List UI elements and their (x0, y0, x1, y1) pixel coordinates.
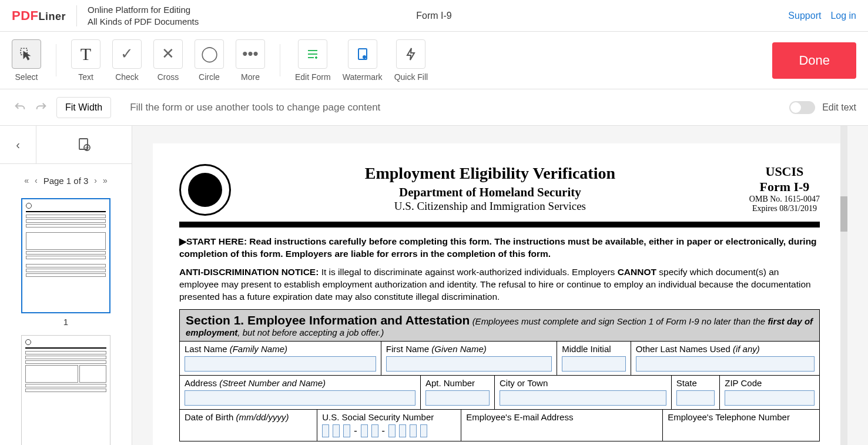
hint-text: Fill the form or use another tools to ch… (130, 102, 380, 113)
expires-date: Expires 08/31/2019 (749, 204, 820, 213)
dhs-seal-icon (179, 164, 231, 216)
label: Date of Birth (185, 412, 236, 422)
city-input[interactable] (500, 390, 666, 406)
ssn-digit[interactable] (420, 424, 427, 437)
tagline-line1: Online Platform for Editing (88, 4, 199, 16)
s1-hint2: , but not before accepting a job offer.) (237, 327, 384, 337)
pager-first[interactable]: « (24, 176, 29, 185)
canvas[interactable]: Employment Eligibility Verification Depa… (132, 126, 868, 445)
pager-prev[interactable]: ‹ (35, 176, 38, 185)
form-subtitle1: Department of Homeland Security (231, 185, 749, 200)
ssn-digit[interactable] (333, 424, 340, 437)
tool-label: Quick Fill (394, 72, 428, 82)
tool-more[interactable]: ••• More (236, 39, 265, 82)
pager-text: Page 1 of 3 (43, 176, 89, 186)
divider-thick (179, 222, 820, 227)
cell-middle: Middle Initial (557, 342, 631, 375)
cell-first-name: First Name (Given Name) (381, 342, 557, 375)
state-input[interactable] (676, 390, 715, 406)
ssn-digit[interactable] (399, 424, 406, 437)
cell-phone: Employee's Telephone Number (663, 410, 819, 441)
ssn-digit[interactable] (371, 424, 378, 437)
apt-input[interactable] (425, 390, 490, 406)
more-icon: ••• (236, 39, 265, 69)
ssn-digit[interactable] (322, 424, 329, 437)
pager-next[interactable]: › (94, 176, 97, 185)
cursor-icon (12, 39, 41, 69)
thumbnails: 1 (0, 192, 132, 445)
support-link[interactable]: Support (788, 11, 821, 21)
form-number: Form I-9 (749, 179, 820, 195)
ssn-digit[interactable] (410, 424, 417, 437)
main-layout: ‹ « ‹ Page 1 of 3 › » (0, 126, 868, 445)
page-title-block: Employment Eligibility Verification Depa… (231, 164, 749, 213)
zoom-dropdown[interactable]: Fit Width (56, 97, 111, 118)
section1-title: Section 1. Employee Information and Atte… (186, 313, 470, 327)
cell-ssn: U.S. Social Security Number - - (317, 410, 461, 441)
done-button[interactable]: Done (772, 42, 856, 79)
uscis-block: USCIS Form I-9 OMB No. 1615-0047 Expires… (749, 164, 820, 213)
label-hint: (if any) (733, 344, 760, 354)
cell-apt: Apt. Number (421, 376, 495, 409)
last-name-input[interactable] (185, 356, 376, 372)
middle-initial-input[interactable] (562, 356, 626, 372)
form-row-name: Last Name (Family Name) First Name (Give… (180, 342, 819, 376)
login-link[interactable]: Log in (830, 11, 856, 21)
quick-fill-icon (396, 39, 425, 69)
check-icon: ✓ (112, 39, 142, 69)
tool-text[interactable]: T Text (71, 39, 100, 82)
tool-label: Watermark (343, 72, 383, 82)
tool-circle[interactable]: ◯ Circle (195, 39, 224, 82)
cell-state: State (672, 376, 720, 409)
divider (56, 44, 56, 76)
cell-dob: Date of Birth (mm/dd/yyyy) (180, 410, 317, 441)
edit-form-icon (298, 39, 327, 69)
tool-cross[interactable]: ✕ Cross (153, 39, 183, 82)
scrollbar-vertical[interactable] (840, 126, 847, 445)
omb-number: OMB No. 1615-0047 (749, 195, 820, 204)
tool-watermark[interactable]: Watermark (343, 39, 383, 82)
page-settings-button[interactable] (36, 126, 132, 163)
other-names-input[interactable] (636, 356, 815, 372)
tool-select[interactable]: Select (12, 39, 41, 82)
label-hint: (mm/dd/yyyy) (236, 412, 289, 422)
sidebar-top: ‹ (0, 126, 132, 164)
form-title: Employment Eligibility Verification (231, 164, 749, 183)
ssn-digit[interactable] (388, 424, 396, 437)
text-icon: T (71, 39, 100, 69)
zip-input[interactable] (725, 390, 815, 406)
cross-icon: ✕ (153, 39, 183, 69)
ssn-digit[interactable] (361, 424, 368, 437)
ssn-digit[interactable] (343, 424, 350, 437)
label: City or Town (500, 378, 666, 388)
tool-check[interactable]: ✓ Check (112, 39, 142, 82)
logo[interactable]: PDFLiner (12, 8, 66, 24)
tool-quick-fill[interactable]: Quick Fill (394, 39, 428, 82)
edit-text-toggle[interactable] (789, 101, 815, 114)
cell-email: Employee's E-mail Address (461, 410, 663, 441)
ssn-group: - - (322, 424, 456, 437)
divider (76, 5, 77, 26)
redo-button[interactable] (33, 99, 49, 116)
pager-last[interactable]: » (103, 176, 108, 185)
tagline-line2: All Kinds of PDF Documents (88, 16, 199, 28)
label-hint: (Street Number and Name) (219, 378, 326, 388)
address-input[interactable] (185, 390, 415, 406)
undo-redo-group (12, 99, 49, 116)
collapse-sidebar-button[interactable]: ‹ (0, 126, 36, 163)
start-here-notice: ▶START HERE: Read instructions carefully… (179, 236, 820, 260)
label: U.S. Social Security Number (322, 412, 456, 422)
thumbnail-page-1[interactable] (21, 198, 110, 313)
thumbnail-page-2[interactable] (21, 335, 110, 445)
first-name-input[interactable] (386, 356, 552, 372)
undo-button[interactable] (12, 99, 28, 116)
label: Last Name (185, 344, 230, 354)
thumb-number: 1 (12, 317, 120, 327)
anti-body1: It is illegal to discriminate against wo… (321, 267, 618, 277)
tool-label: Check (115, 72, 139, 82)
document-page: Employment Eligibility Verification Depa… (153, 143, 846, 445)
label: First Name (386, 344, 432, 354)
tool-edit-form[interactable]: Edit Form (295, 39, 331, 82)
document-title: Form I-9 (416, 11, 451, 21)
thumbnail-sidebar: ‹ « ‹ Page 1 of 3 › » (0, 126, 132, 445)
